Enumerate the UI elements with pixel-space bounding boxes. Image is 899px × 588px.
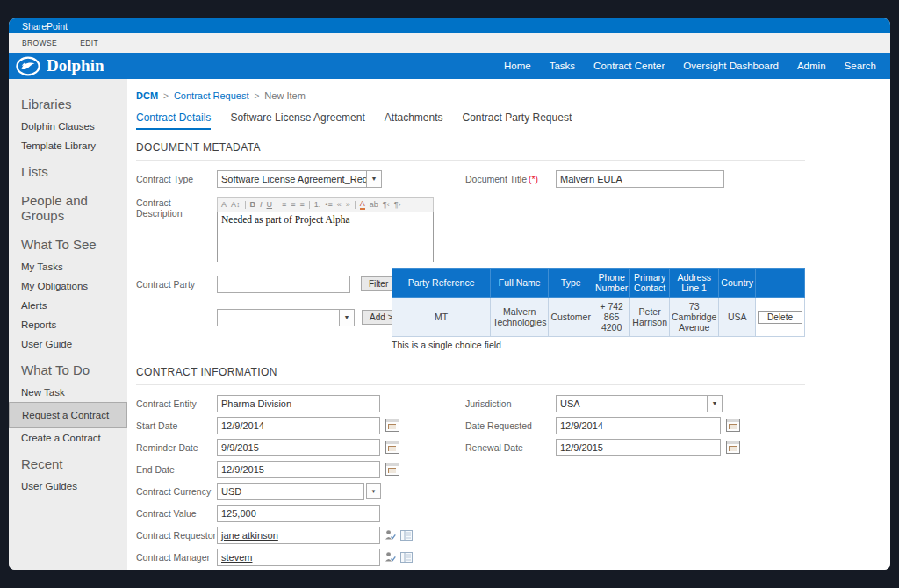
sidebar-item-user-guide[interactable]: User Guide [9, 334, 127, 354]
paragraph-ltr-icon[interactable]: ¶‹ [383, 201, 390, 209]
contract-manager-input[interactable]: stevem [217, 549, 380, 566]
outdent-icon[interactable]: « [337, 201, 342, 209]
sidebar-item-alerts[interactable]: Alerts [9, 296, 127, 315]
calendar-icon[interactable] [385, 463, 399, 476]
sidebar-heading-what-to-do[interactable]: What To Do [9, 354, 127, 383]
contract-party-filter-input[interactable] [217, 276, 350, 293]
end-date-input[interactable] [217, 461, 380, 478]
contract-value-input[interactable] [217, 505, 380, 522]
check-names-icon[interactable] [385, 529, 396, 541]
chevron-down-icon[interactable]: ▼ [366, 483, 381, 499]
check-names-icon[interactable] [385, 551, 396, 563]
tab-contract-party-request[interactable]: Contract Party Request [463, 111, 572, 130]
party-table: Party Reference Full Name Type Phone Num… [392, 268, 805, 337]
paragraph-rtl-icon[interactable]: ¶› [394, 201, 401, 209]
calendar-icon[interactable] [385, 441, 399, 454]
calendar-icon[interactable] [385, 419, 399, 432]
sidebar-heading-libraries[interactable]: Libraries [9, 88, 127, 117]
sidebar-item-template-library[interactable]: Template Library [9, 136, 127, 155]
bold-icon[interactable]: B [250, 201, 256, 209]
address-book-icon[interactable] [400, 552, 413, 563]
jurisdiction-select[interactable]: USA ▼ [556, 395, 723, 412]
sidebar-item-dolphin-clauses[interactable]: Dolphin Clauses [9, 117, 127, 136]
required-mark: (*) [529, 174, 538, 184]
contract-currency-row: Contract Currency ▼ [136, 480, 805, 502]
nav-admin[interactable]: Admin [797, 61, 826, 71]
contract-requestor-value[interactable]: jane atkinson [221, 530, 278, 541]
cell-phone-number: + 742 865 4200 [593, 298, 629, 337]
renewal-date-input[interactable] [556, 439, 721, 456]
numbered-list-icon[interactable]: 1. [314, 201, 321, 209]
sidebar-item-my-tasks[interactable]: My Tasks [9, 257, 127, 276]
date-requested-input[interactable] [556, 417, 721, 434]
renewal-date-field-group: Renewal Date [465, 436, 740, 458]
delete-button[interactable]: Delete [758, 311, 802, 324]
sidebar-heading-what-to-see[interactable]: What To See [9, 228, 127, 257]
single-choice-note: This is a single choice field [392, 340, 501, 350]
sidebar-item-new-task[interactable]: New Task [9, 383, 127, 402]
contract-type-select[interactable]: Software License Agreement_Request ▼ [217, 170, 382, 188]
contract-currency-input[interactable] [217, 483, 364, 500]
contract-owner-row: Contract Owner nscorey [136, 568, 805, 570]
renewal-date-label: Renewal Date [465, 442, 556, 453]
font-size-icon[interactable]: A↕ [231, 201, 241, 209]
breadcrumb-contract-request[interactable]: Contract Request [174, 90, 249, 101]
start-date-input[interactable] [217, 417, 380, 434]
align-left-icon[interactable]: ≡ [282, 201, 286, 209]
ribbon-tab-browse[interactable]: BROWSE [22, 39, 57, 47]
highlight-icon[interactable]: ab [370, 201, 378, 209]
cell-party-reference: MT [392, 298, 491, 337]
sidebar-item-reports[interactable]: Reports [9, 315, 127, 334]
breadcrumb-separator: > [163, 91, 169, 101]
sidebar-item-request-a-contract[interactable]: Request a Contract [9, 402, 127, 428]
contract-requestor-input[interactable]: jane atkinson [217, 527, 380, 544]
sidebar-heading-recent[interactable]: Recent [9, 448, 127, 477]
sidebar-heading-people-and-groups[interactable]: People and Groups [9, 184, 127, 228]
dolphin-brand-text: Dolphin [47, 56, 104, 75]
col-type: Type [549, 269, 593, 298]
contract-description-input[interactable]: Needed as part of Project Alpha [217, 212, 434, 262]
contract-manager-value[interactable]: stevem [221, 552, 252, 563]
rich-text-editor: A A↕ B I U ≡ ≡ ≡ 1. •≡ [217, 197, 434, 262]
indent-icon[interactable]: » [346, 201, 350, 209]
top-nav: Home Tasks Contract Center Oversight Das… [504, 61, 876, 71]
tab-contract-details[interactable]: Contract Details [136, 111, 211, 130]
breadcrumb-dcm[interactable]: DCM [136, 90, 158, 101]
dolphin-icon [16, 56, 40, 76]
sidebar-item-create-a-contract[interactable]: Create a Contract [9, 428, 127, 448]
dolphin-logo[interactable]: Dolphin [16, 56, 104, 76]
font-color-icon[interactable]: A [360, 200, 365, 210]
bullet-list-icon[interactable]: •≡ [325, 201, 332, 209]
tab-software-license-agreement[interactable]: Software License Agreement [230, 111, 364, 130]
contract-entity-input[interactable] [217, 395, 380, 412]
font-name-icon[interactable]: A [221, 201, 227, 209]
sharepoint-brand[interactable]: SharePoint [22, 21, 68, 32]
document-title-field-group: Document Title(*) [465, 168, 724, 190]
contract-party-select[interactable]: ▼ [217, 309, 355, 326]
nav-search[interactable]: Search [845, 61, 876, 71]
document-title-input[interactable] [556, 170, 724, 188]
calendar-icon[interactable] [726, 441, 740, 454]
nav-contract-center[interactable]: Contract Center [593, 61, 665, 71]
nav-oversight-dashboard[interactable]: Oversight Dashboard [683, 61, 779, 71]
align-right-icon[interactable]: ≡ [300, 201, 305, 209]
form-tabs: Contract Details Software License Agreem… [136, 111, 805, 130]
contract-requestor-row: Contract Requestor jane atkinson [136, 524, 805, 546]
nav-tasks[interactable]: Tasks [550, 61, 575, 71]
calendar-icon[interactable] [726, 419, 740, 432]
tab-attachments[interactable]: Attachments [385, 111, 443, 130]
sidebar-heading-lists[interactable]: Lists [9, 155, 127, 184]
address-book-icon[interactable] [400, 530, 413, 541]
align-center-icon[interactable]: ≡ [291, 201, 295, 209]
sidebar-item-my-obligations[interactable]: My Obligations [9, 276, 127, 296]
contract-type-value: Software License Agreement_Request [218, 174, 366, 184]
document-title-label-text: Document Title [465, 174, 527, 184]
italic-icon[interactable]: I [260, 201, 263, 209]
nav-home[interactable]: Home [504, 61, 531, 71]
ribbon-tab-edit[interactable]: EDIT [80, 39, 98, 47]
sidebar-item-user-guides[interactable]: User Guides [9, 477, 127, 496]
contract-type-label: Contract Type [136, 174, 217, 184]
reminder-date-input[interactable] [217, 439, 380, 456]
underline-icon[interactable]: U [267, 201, 273, 209]
party-table-row: MT Malvern Technologies Customer + 742 8… [392, 298, 805, 337]
